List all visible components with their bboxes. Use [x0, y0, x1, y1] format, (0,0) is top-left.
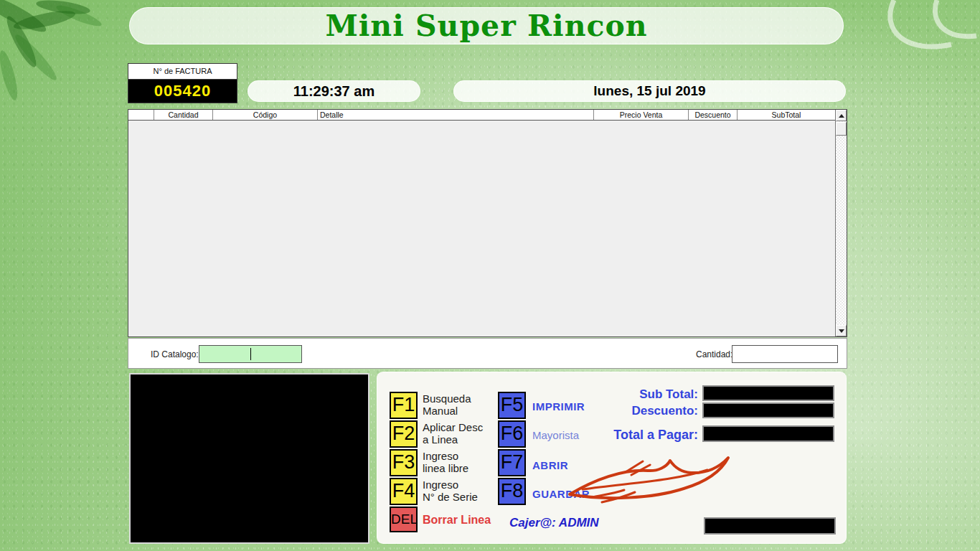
arrow-down-icon	[839, 329, 844, 333]
items-table-header: Cantidad Código Detalle Precio Venta Des…	[128, 110, 835, 121]
f7-button[interactable]: F7	[498, 449, 526, 476]
f3-label: Ingreso linea libre	[423, 450, 468, 474]
descuento-value-display	[702, 402, 834, 418]
f3-label-line2: linea libre	[423, 462, 468, 474]
feather-logo-icon	[562, 453, 735, 512]
f3-label-line1: Ingreso	[423, 450, 468, 462]
payment-value-display	[704, 517, 836, 534]
col-subtotal: SubTotal	[738, 110, 835, 120]
customer-display	[129, 373, 369, 544]
text-caret	[250, 348, 251, 360]
cantidad-label: Cantidad:	[696, 349, 732, 359]
col-detalle: Detalle	[318, 110, 594, 120]
subtotal-label: Sub Total:	[526, 387, 698, 402]
col-cantidad: Cantidad	[154, 110, 213, 120]
scroll-down-button[interactable]	[836, 325, 847, 336]
f8-button[interactable]: F8	[498, 478, 526, 505]
arrow-up-icon	[839, 114, 844, 118]
abrir-label: ABRIR	[532, 459, 568, 471]
items-table: Cantidad Código Detalle Precio Venta Des…	[128, 109, 847, 337]
f5-button[interactable]: F5	[498, 392, 526, 419]
cantidad-input[interactable]	[732, 345, 838, 363]
control-panel: F1 F2 F3 F4 DEL Busqueda Manual Aplicar …	[377, 372, 847, 544]
f1-label-line1: Busqueda	[423, 392, 471, 405]
invoice-number: 005420	[128, 80, 237, 103]
cashier-label: Cajer@: ADMIN	[509, 516, 599, 530]
app-title: Mini Super Rincon	[130, 8, 843, 44]
f4-label-line1: Ingreso	[423, 479, 478, 491]
total-a-pagar-label: Total a Pagar:	[526, 428, 698, 443]
petal-outline-decoration	[851, 0, 980, 86]
f4-label: Ingreso N° de Serie	[423, 479, 478, 503]
descuento-label: Descuento:	[526, 404, 698, 418]
time-display: 11:29:37 am	[248, 80, 420, 102]
f6-button[interactable]: F6	[498, 420, 526, 448]
title-banner: Mini Super Rincon	[129, 7, 844, 44]
bamboo-leaves-decoration	[0, 0, 136, 115]
f4-label-line2: N° de Serie	[423, 491, 478, 503]
invoice-box: N° de FACTURA 005420	[128, 63, 237, 103]
f2-label: Aplicar Desc a Linea	[423, 421, 483, 446]
f2-button[interactable]: F2	[390, 420, 418, 448]
f4-button[interactable]: F4	[390, 478, 418, 505]
col-precio-venta: Precio Venta	[594, 110, 689, 120]
entry-strip: ID Catalogo: Cantidad:	[128, 338, 847, 369]
invoice-label: N° de FACTURA	[128, 63, 237, 80]
vertical-scrollbar[interactable]	[835, 110, 847, 336]
total-value-display	[702, 425, 834, 442]
items-table-body[interactable]	[128, 121, 835, 336]
col-descuento: Descuento	[689, 110, 738, 120]
f1-label: Busqueda Manual	[423, 392, 471, 417]
borrar-linea-label: Borrar Linea	[423, 514, 491, 527]
del-button[interactable]: DEL	[390, 507, 418, 532]
id-catalogo-label: ID Catalogo:	[151, 349, 199, 359]
guardar-label: GUARDAR	[532, 488, 590, 500]
f2-label-line2: a Linea	[423, 433, 483, 446]
f2-label-line1: Aplicar Desc	[423, 421, 483, 433]
scroll-up-button[interactable]	[836, 110, 847, 121]
scrollbar-thumb[interactable]	[836, 122, 847, 136]
date-display: lunes, 15 jul 2019	[453, 80, 846, 102]
col-selector	[128, 110, 154, 120]
f1-button[interactable]: F1	[390, 392, 418, 419]
subtotal-value-display	[702, 385, 834, 401]
f3-button[interactable]: F3	[390, 449, 418, 476]
f1-label-line2: Manual	[423, 405, 471, 417]
col-codigo: Código	[213, 110, 318, 120]
